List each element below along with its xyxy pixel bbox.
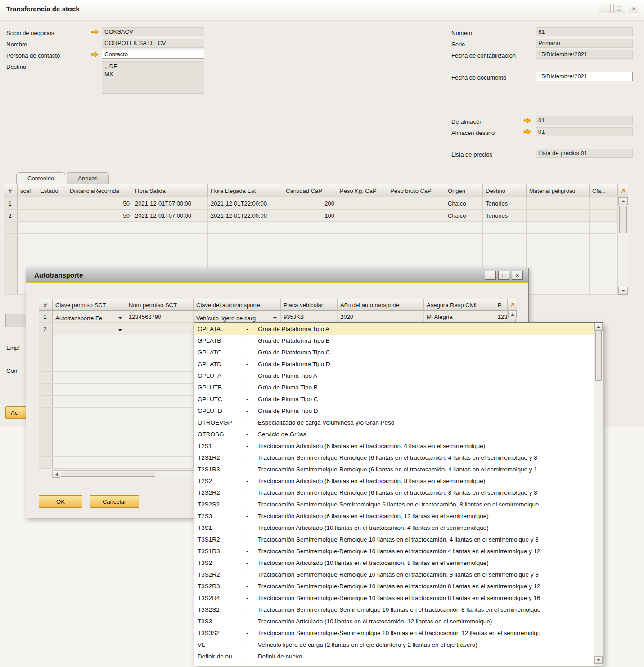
cell-estado[interactable] — [37, 246, 67, 258]
dropdown-option[interactable]: VL - Vehículo ligero de carga (2 llantas… — [194, 639, 594, 650]
cell-hora-salida[interactable] — [132, 234, 208, 246]
cell-num-permiso[interactable] — [126, 420, 194, 432]
dropdown-option[interactable]: GPLATB - Grúa de Plataforma Tipo B — [194, 335, 594, 346]
scroll-up-button[interactable] — [508, 311, 517, 318]
cell-origen[interactable]: Chalco — [445, 197, 483, 209]
table-row[interactable] — [4, 222, 618, 234]
dropdown-option[interactable]: GPLATA - Grúa de Plataforma Tipo A — [194, 323, 594, 335]
cell-num-permiso[interactable] — [126, 347, 194, 359]
cell-clave-autotransporte[interactable]: Vehículo ligero de carg — [194, 311, 281, 322]
cell-clave-permiso[interactable] — [53, 372, 126, 383]
cell-clave-permiso[interactable] — [53, 323, 126, 335]
dropdown-option[interactable]: T3S1 - Tractocamión Articulado (10 llant… — [194, 522, 594, 533]
cell-peso-bruto[interactable] — [387, 222, 445, 233]
cell-peso-kg[interactable] — [337, 234, 387, 246]
cell-num[interactable] — [39, 420, 53, 432]
column-header-distancia[interactable]: DistanciaRecorrida — [67, 184, 132, 197]
dropdown-scrollbar[interactable] — [594, 323, 603, 666]
cell-cla[interactable] — [590, 197, 618, 209]
cell-num[interactable] — [4, 282, 18, 294]
cell-num[interactable] — [4, 246, 18, 258]
cell-peso-bruto[interactable] — [387, 210, 445, 221]
cell-material[interactable] — [527, 258, 590, 270]
cell-num[interactable]: 1 — [4, 197, 18, 209]
cell-destino[interactable]: Tenorios — [483, 210, 527, 221]
cell-hora-llegada[interactable] — [208, 222, 283, 233]
column-header-scal[interactable]: scal — [18, 184, 37, 197]
dropdown-arrow-icon[interactable] — [271, 314, 278, 322]
cell-distancia[interactable] — [67, 234, 132, 246]
cell-material[interactable] — [527, 234, 590, 246]
cell-clave-permiso[interactable]: Autotransporte Fe — [53, 311, 126, 322]
cell-num-permiso[interactable] — [126, 323, 194, 335]
cell-num[interactable] — [39, 347, 53, 359]
cell-num-permiso[interactable] — [126, 384, 194, 395]
close-button[interactable]: ✕ — [628, 4, 639, 13]
restore-button[interactable]: ❐ — [613, 4, 625, 13]
table-row[interactable]: 1 50 2021-12-01T07:00:00 2021-12-01T22:0… — [4, 197, 618, 210]
cell-num[interactable] — [39, 432, 53, 444]
cell-num[interactable]: 1 — [39, 311, 53, 322]
column-header-hora-salida[interactable]: Hora Salida — [132, 184, 208, 197]
cell-hora-llegada[interactable]: 2021-12-01T22:00:00 — [208, 197, 283, 209]
cell-peso-kg[interactable] — [337, 210, 387, 221]
cell-hora-salida[interactable] — [132, 222, 208, 233]
cell-placa[interactable]: 935JKB — [281, 311, 338, 322]
cell-origen[interactable] — [445, 222, 483, 233]
cell-destino[interactable]: Tenorios — [483, 197, 527, 209]
cell-estado[interactable] — [37, 197, 67, 209]
link-arrow-icon[interactable] — [523, 129, 531, 135]
scroll-up-button[interactable] — [618, 197, 628, 205]
scroll-up-button[interactable] — [594, 323, 603, 331]
cell-num[interactable] — [39, 335, 53, 347]
cell-material[interactable] — [527, 246, 590, 258]
cell-num[interactable] — [39, 396, 53, 407]
cell-distancia[interactable]: 50 — [67, 197, 132, 209]
scroll-thumb[interactable] — [61, 472, 155, 477]
cell-hora-salida[interactable] — [132, 246, 208, 258]
dropdown-option[interactable]: T2S2 - Tractocamión Articulado (6 llanta… — [194, 475, 594, 487]
column-header-peso-bruto[interactable]: Peso bruto CaP — [387, 184, 445, 197]
cell-clave-permiso[interactable] — [53, 335, 126, 347]
tab-anexos[interactable]: Anexos — [67, 172, 108, 184]
cell-material[interactable] — [527, 222, 590, 233]
cell-peso-kg[interactable] — [337, 197, 387, 209]
cell-cantidad[interactable]: 200 — [283, 197, 337, 209]
cell-scal[interactable] — [18, 210, 37, 221]
cell-cla[interactable] — [590, 210, 618, 221]
scroll-down-button[interactable] — [594, 656, 603, 664]
cell-num-permiso[interactable] — [126, 444, 194, 456]
dropdown-option[interactable]: T3S2R4 - Tractocamión Semirremolque-Remo… — [194, 592, 594, 604]
cell-num-permiso[interactable] — [126, 359, 194, 371]
cell-material[interactable] — [527, 282, 590, 294]
cell-destino[interactable] — [483, 246, 527, 258]
cell-clave-permiso[interactable] — [53, 432, 126, 444]
scroll-thumb[interactable] — [595, 331, 602, 381]
cell-num[interactable]: 2 — [4, 210, 18, 221]
cell-scal[interactable] — [18, 246, 37, 258]
cell-num[interactable] — [39, 408, 53, 420]
column-header-destino[interactable]: Destino — [483, 184, 527, 197]
cell-distancia[interactable] — [67, 246, 132, 258]
cell-anio[interactable]: 2020 — [338, 311, 424, 322]
dialog-minimize-button[interactable]: – — [485, 271, 496, 280]
cell-estado[interactable] — [37, 234, 67, 246]
table-row[interactable]: 1 Autotransporte Fe 1234568790 Vehículo … — [39, 311, 508, 323]
table-row[interactable] — [4, 246, 618, 258]
cell-num-permiso[interactable] — [126, 335, 194, 347]
cell-scal[interactable] — [18, 222, 37, 233]
column-header-num[interactable]: # — [4, 184, 18, 197]
cell-origen[interactable]: Chalco — [445, 210, 483, 221]
dialog-close-button[interactable]: ✕ — [512, 271, 523, 280]
grid-expand-icon[interactable] — [508, 299, 517, 310]
column-header-num[interactable]: # — [39, 299, 53, 310]
tab-contenido[interactable]: Contenido — [16, 172, 65, 184]
cell-num[interactable] — [39, 384, 53, 395]
fecha-documento-field[interactable]: 15/Diciembre/2021 — [536, 72, 633, 81]
column-header-p[interactable]: P. — [495, 299, 508, 310]
scroll-left-button[interactable] — [53, 471, 60, 478]
column-header-asegura[interactable]: Asegura Resp Civil — [424, 299, 495, 310]
cell-num[interactable] — [4, 258, 18, 270]
column-header-clave-autotransporte[interactable]: Clave del autotransporte — [194, 299, 281, 310]
cell-num[interactable] — [39, 359, 53, 371]
